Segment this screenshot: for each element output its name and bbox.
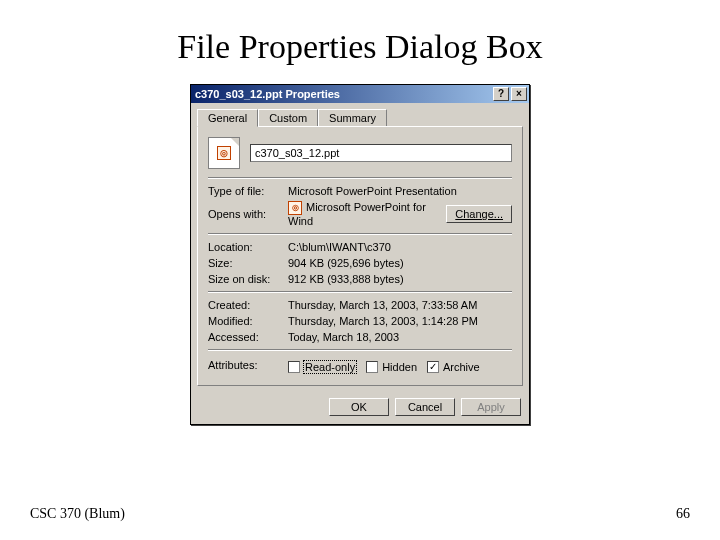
label-modified: Modified: (208, 315, 288, 327)
separator (208, 233, 512, 235)
label-location: Location: (208, 241, 288, 253)
tab-body-general: ◎ c370_s03_12.ppt Type of file: Microsof… (197, 126, 523, 386)
file-type-icon: ◎ (208, 137, 240, 169)
label-created: Created: (208, 299, 288, 311)
readonly-label: Read-only (304, 361, 356, 373)
change-button[interactable]: Change... (446, 205, 512, 223)
tab-general[interactable]: General (197, 109, 258, 127)
dialog-button-row: OK Cancel Apply (191, 392, 529, 424)
separator (208, 291, 512, 293)
value-type: Microsoft PowerPoint Presentation (288, 185, 512, 197)
tab-summary[interactable]: Summary (318, 109, 387, 126)
value-created: Thursday, March 13, 2003, 7:33:58 AM (288, 299, 512, 311)
checkbox-hidden[interactable]: Hidden (366, 361, 417, 373)
titlebar: c370_s03_12.ppt Properties ? × (191, 85, 529, 103)
filename-field[interactable]: c370_s03_12.ppt (250, 144, 512, 162)
label-opens-with: Opens with: (208, 208, 288, 220)
value-size: 904 KB (925,696 bytes) (288, 257, 512, 269)
slide-title: File Properties Dialog Box (0, 28, 720, 66)
help-button[interactable]: ? (493, 87, 509, 101)
app-icon: ◎ (288, 201, 302, 215)
apply-button[interactable]: Apply (461, 398, 521, 416)
checkbox-readonly[interactable]: Read-only (288, 361, 356, 373)
tab-custom[interactable]: Custom (258, 109, 318, 126)
opens-with-text: Microsoft PowerPoint for Wind (288, 201, 426, 227)
value-accessed: Today, March 18, 2003 (288, 331, 512, 343)
separator (208, 349, 512, 351)
label-size-on-disk: Size on disk: (208, 273, 288, 285)
checkbox-archive[interactable]: ✓ Archive (427, 361, 480, 373)
value-size-on-disk: 912 KB (933,888 bytes) (288, 273, 512, 285)
separator (208, 177, 512, 179)
window-title: c370_s03_12.ppt Properties (195, 88, 491, 100)
properties-dialog: c370_s03_12.ppt Properties ? × General C… (190, 84, 530, 425)
checkbox-box (366, 361, 378, 373)
hidden-label: Hidden (382, 361, 417, 373)
archive-label: Archive (443, 361, 480, 373)
label-accessed: Accessed: (208, 331, 288, 343)
checkbox-box (288, 361, 300, 373)
slide-number: 66 (676, 506, 690, 522)
value-opens-with: ◎Microsoft PowerPoint for Wind (288, 201, 446, 227)
label-type: Type of file: (208, 185, 288, 197)
cancel-button[interactable]: Cancel (395, 398, 455, 416)
ok-button[interactable]: OK (329, 398, 389, 416)
label-attributes: Attributes: (208, 359, 288, 371)
close-button[interactable]: × (511, 87, 527, 101)
checkbox-box-checked: ✓ (427, 361, 439, 373)
tab-strip: General Custom Summary (191, 103, 529, 126)
value-modified: Thursday, March 13, 2003, 1:14:28 PM (288, 315, 512, 327)
slide-footer-left: CSC 370 (Blum) (30, 506, 125, 522)
label-size: Size: (208, 257, 288, 269)
value-location: C:\blum\IWANT\c370 (288, 241, 512, 253)
powerpoint-icon: ◎ (217, 146, 231, 160)
